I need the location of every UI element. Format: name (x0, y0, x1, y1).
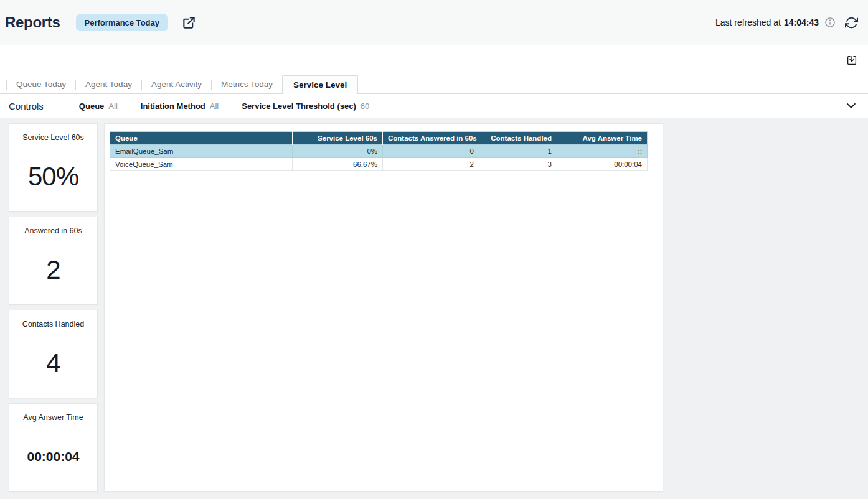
kpi-card-answered-in-60s: Answered in 60s 2 (9, 217, 98, 305)
header-left: Reports Performance Today (5, 14, 196, 31)
refresh-button[interactable] (845, 16, 858, 29)
service-level-table-panel: Queue Service Level 60s Contacts Answere… (104, 123, 663, 492)
kpi-value-wrap: 4 (9, 329, 97, 398)
kpi-title: Service Level 60s (22, 133, 84, 142)
page-header: Reports Performance Today Last refreshed… (0, 0, 868, 45)
cell-service-level[interactable]: 0% (293, 145, 383, 158)
kpi-title: Avg Answer Time (23, 413, 83, 422)
page-title: Reports (5, 14, 60, 31)
column-header-contacts-answered-in-60s[interactable]: Contacts Answered in 60s (383, 132, 479, 145)
sheet-tab-bar: Queue Today Agent Today Agent Activity M… (0, 76, 868, 94)
kpi-title: Answered in 60s (24, 226, 82, 235)
control-initiation-method-label: Initiation Method (141, 101, 205, 111)
kpi-value: 00:00:04 (27, 449, 79, 464)
tab-queue-today[interactable]: Queue Today (7, 76, 75, 93)
control-queue-value[interactable]: All (108, 101, 117, 111)
cell-service-level[interactable]: 66.67% (293, 158, 383, 171)
dashboard-content: Service Level 60s 50% Answered in 60s 2 … (0, 118, 868, 499)
service-level-table: Queue Service Level 60s Contacts Answere… (110, 131, 648, 171)
last-refreshed-label: Last refreshed at (715, 17, 781, 27)
control-service-level-threshold-label: Service Level Threshold (sec) (242, 101, 356, 111)
cell-contacts-answered[interactable]: 0 (383, 145, 479, 158)
column-header-contacts-handled[interactable]: Contacts Handled (479, 132, 557, 145)
info-icon[interactable] (824, 17, 836, 28)
kpi-card-service-level: Service Level 60s 50% (9, 123, 98, 212)
kpi-value: 4 (46, 348, 60, 378)
control-queue[interactable]: Queue All (79, 101, 118, 111)
performance-today-badge: Performance Today (76, 14, 168, 31)
table-row-emailqueue: EmailQueue_Sam 0% 0 1 :: (110, 145, 648, 158)
open-external-button[interactable] (182, 16, 196, 30)
cell-queue[interactable]: VoiceQueue_Sam (110, 158, 293, 171)
kpi-value: 50% (28, 162, 78, 192)
control-service-level-threshold-value[interactable]: 60 (361, 101, 369, 111)
column-header-service-level-60s[interactable]: Service Level 60s (293, 132, 383, 145)
kpi-value-wrap: 50% (9, 142, 97, 211)
cell-queue[interactable]: EmailQueue_Sam (110, 145, 293, 158)
control-queue-label: Queue (79, 101, 104, 111)
column-header-avg-answer-time[interactable]: Avg Answer Time (557, 132, 648, 145)
cell-avg-answer-time[interactable]: 00:00:04 (557, 158, 648, 171)
refresh-icon (845, 16, 858, 29)
control-initiation-method[interactable]: Initiation Method All (141, 101, 219, 111)
cell-contacts-handled[interactable]: 3 (479, 158, 557, 171)
column-header-queue[interactable]: Queue (110, 132, 293, 145)
cell-contacts-answered[interactable]: 2 (383, 158, 479, 171)
controls-collapse-chevron-icon[interactable] (844, 99, 858, 113)
kpi-title: Contacts Handled (22, 320, 84, 329)
tab-agent-today[interactable]: Agent Today (76, 76, 141, 93)
tab-metrics-today[interactable]: Metrics Today (212, 76, 282, 93)
controls-title: Controls (9, 101, 44, 111)
download-button[interactable] (846, 55, 857, 66)
kpi-value: 2 (46, 255, 60, 285)
tab-service-level[interactable]: Service Level (282, 75, 358, 94)
header-right: Last refreshed at 14:04:43 (715, 16, 858, 29)
kpi-value-wrap: 00:00:04 (9, 422, 97, 491)
kpi-card-contacts-handled: Contacts Handled 4 (9, 310, 98, 398)
cell-contacts-handled[interactable]: 1 (479, 145, 557, 158)
kpi-value-wrap: 2 (9, 235, 97, 304)
dashboard-chrome: Queue Today Agent Today Agent Activity M… (0, 45, 868, 118)
export-row (0, 45, 868, 76)
table-row-voicequeue: VoiceQueue_Sam 66.67% 2 3 00:00:04 (110, 158, 648, 171)
kpi-card-avg-answer-time: Avg Answer Time 00:00:04 (9, 403, 98, 492)
table-header-row: Queue Service Level 60s Contacts Answere… (110, 132, 648, 145)
last-refreshed-time: 14:04:43 (784, 17, 819, 27)
controls-bar: Controls Queue All Initiation Method All… (0, 94, 868, 118)
reports-page: Reports Performance Today Last refreshed… (0, 0, 868, 499)
control-initiation-method-value[interactable]: All (210, 101, 219, 111)
tab-agent-activity[interactable]: Agent Activity (142, 76, 211, 93)
last-refreshed-text: Last refreshed at 14:04:43 (715, 17, 819, 27)
cell-avg-answer-time[interactable]: :: (557, 145, 648, 158)
external-link-icon (182, 16, 196, 30)
control-service-level-threshold[interactable]: Service Level Threshold (sec) 60 (242, 101, 369, 111)
download-icon (846, 55, 857, 66)
